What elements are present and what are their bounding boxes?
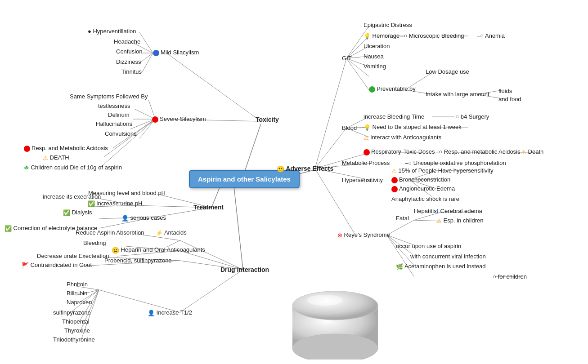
blood: Blood <box>342 124 357 131</box>
esp-children: ⚠ Esp. in children <box>436 217 484 224</box>
cross-icon: ⊗ <box>337 232 342 239</box>
and-food: and food <box>498 96 521 102</box>
bio-icon: ☘ <box>24 164 29 171</box>
for-children: –○ for children <box>489 273 527 280</box>
warn3-icon: ⚠ <box>521 149 526 155</box>
bolt-icon: ⚡ <box>156 230 163 236</box>
svg-point-89 <box>292 291 378 320</box>
svg-line-0 <box>243 124 261 177</box>
cerebral-edema: ℹ Cerebral edema <box>436 208 482 215</box>
epigastric: Epigastric Distress <box>364 22 412 28</box>
nausea: Nausea <box>364 53 384 60</box>
sulfinpyrazone: sulfinpyrazone <box>53 309 91 316</box>
b4-surgery: –○ b4 Surgery <box>452 113 489 120</box>
metabolic-process: Metabolic Process <box>342 160 390 166</box>
svg-line-52 <box>387 220 414 235</box>
occur-upon: occur upon use of aspirin <box>396 243 461 249</box>
check-icon: ✅ <box>88 200 95 207</box>
interact-anticoag: ⚠ interact with Anticoagulants <box>364 134 441 141</box>
reyes-syndrome: ⊗ Reye's Syndrome <box>337 231 390 239</box>
warn2-icon: ⚠ <box>364 134 369 141</box>
uncouple: –○ Uncouple oxidative phosphorelation <box>405 160 506 166</box>
fatal: Fatal <box>396 215 409 222</box>
warn5-icon: ⚠ <box>436 218 442 224</box>
red-dot3-icon <box>364 149 370 155</box>
heparin: 😐 Heparin and Oral Anticoagulants <box>112 246 205 254</box>
ulceration: Ulceration <box>364 43 390 49</box>
red-dot-icon <box>152 116 158 123</box>
git: GIT <box>342 55 352 62</box>
hemorage: 💡 Hemorage <box>364 32 399 40</box>
microscopic-bleeding: –○ Microscopic Bleeding <box>400 32 464 39</box>
smile2-icon: 😐 <box>112 247 119 254</box>
tinnitus: Tinnitus <box>121 68 142 75</box>
svg-line-68 <box>180 240 243 270</box>
triiodothyronine: Triiodothyronine <box>53 336 95 343</box>
bleeding: Bleeding <box>83 240 106 246</box>
low-dosage: Low Dosage use <box>426 68 469 75</box>
probencid: Probencid, sulfinpyrazone <box>104 257 172 264</box>
check3-icon: ✅ <box>4 225 12 232</box>
treatment-branch: Treatment <box>193 204 224 211</box>
death-tox: ⚠ DEATH <box>43 154 69 161</box>
thiopental: Thiopental <box>62 318 90 325</box>
vomiting: Vomiting <box>364 63 386 70</box>
decrease-urate: Decrease urate Execteation <box>37 253 109 259</box>
children-die: ☘ Children could Die of 10g of aspirin <box>24 164 122 171</box>
bulb2-icon: 💡 <box>364 124 371 131</box>
increase-excretion: increase its execration <box>43 193 101 200</box>
confusion: Confusion <box>116 48 143 55</box>
same-symptoms: Same Symptoms Followed By <box>70 93 148 100</box>
naproxen: Naproxen <box>67 299 92 306</box>
death-resp: ⚠ Death <box>521 148 543 155</box>
headache: Headache <box>114 38 140 45</box>
anaphylactic: Anaphylactic shock is rare <box>391 195 459 202</box>
svg-line-58 <box>387 235 414 265</box>
acetaminophen: 🌿 Acetaminophen is used instead <box>396 263 486 270</box>
antacids: ⚡ Antacids <box>156 229 187 236</box>
person-icon: 👤 <box>121 215 129 222</box>
blue-dot-icon <box>153 50 159 56</box>
severe-silacylism: Severe Silacylism <box>152 115 206 123</box>
resp-metabolic-acidosis: –○ Resp. and metabolic Acidosis <box>435 148 521 155</box>
hepatitis: Hepatitis <box>414 208 437 214</box>
increase-t12: 👤 Increase T1/2 <box>148 309 192 316</box>
toxicity-branch: Toxicity <box>256 116 279 123</box>
svg-line-14 <box>130 119 155 129</box>
resp-metabolic: Resp. and Metabolic Acidosis <box>24 145 108 152</box>
check2-icon: ✅ <box>63 209 70 216</box>
drug-interaction-branch: Drug interaction <box>220 266 269 273</box>
red-dot5-icon <box>391 186 398 192</box>
hyperventiliation: ● Hyperventiliation <box>88 28 136 35</box>
thyroxine: Thyroxine <box>64 327 90 334</box>
info-icon: ℹ <box>436 208 439 215</box>
warn4-icon: ⚠ <box>391 168 397 174</box>
concurrent-viral: with concurrent viral infection <box>410 253 486 260</box>
hypersensitivity: Hypersensitivity <box>342 177 383 183</box>
pill-image <box>288 288 378 351</box>
anemia: –○ Anemia <box>477 32 505 39</box>
toxic-doses: –○ Toxic Doses <box>395 148 435 155</box>
svg-line-77 <box>180 270 243 312</box>
red-dot4-icon <box>391 177 398 183</box>
svg-point-90 <box>307 295 343 306</box>
bilirubin: Bilirubin <box>67 290 87 297</box>
hallucinations: Hallucinations <box>96 120 132 127</box>
red-dot2-icon <box>24 146 30 152</box>
mind-map: Aspirin and other Salicylates Toxicity M… <box>0 0 588 364</box>
dizziness: Dizziness <box>116 58 141 65</box>
increase-bleeding: increase Bleeding Time <box>364 113 424 120</box>
15percent: ⚠ 15% of People Have hypersensitivity <box>391 167 494 174</box>
svg-line-4 <box>166 53 261 121</box>
smile-icon: 😐 <box>277 165 284 173</box>
angioneurotic: Angioneurotic Edema <box>391 185 455 192</box>
svg-line-3 <box>234 186 243 270</box>
leaf-icon: 🌿 <box>396 263 403 270</box>
svg-line-19 <box>315 58 346 169</box>
preventable-by: Preventable by <box>369 85 416 93</box>
need-stop: 💡 Need to Be stoped at least 1 week <box>364 124 462 131</box>
person2-icon: 👤 <box>148 310 155 316</box>
green-dot-icon <box>369 86 375 93</box>
fluids-food: fluids <box>498 88 512 94</box>
mild-silacylism: Mild Silacylism <box>153 49 199 56</box>
